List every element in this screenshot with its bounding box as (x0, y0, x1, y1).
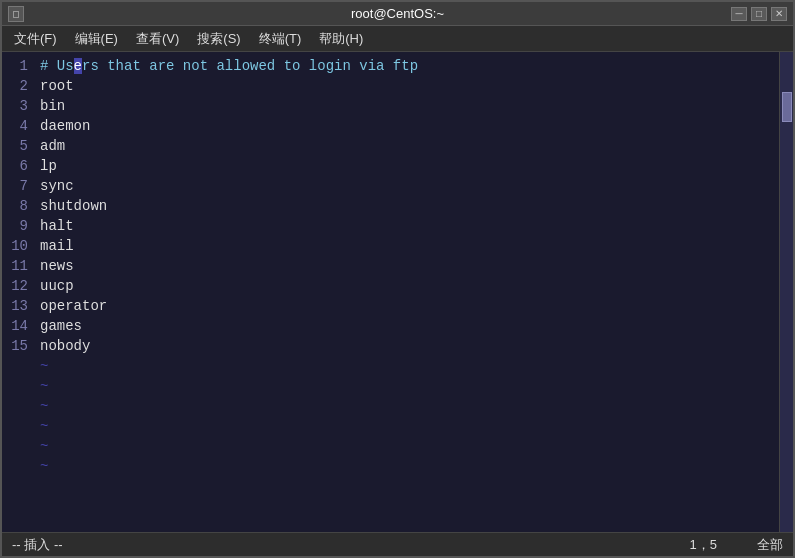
file-scope: 全部 (757, 536, 783, 554)
code-line-9: halt (40, 216, 775, 236)
line-num-14: 14 (6, 316, 28, 336)
menu-search[interactable]: 搜索(S) (189, 28, 248, 50)
code-line-15: nobody (40, 336, 775, 356)
code-line-12: uucp (40, 276, 775, 296)
line-num-6: 6 (6, 156, 28, 176)
line-num-5: 5 (6, 136, 28, 156)
maximize-button[interactable]: □ (751, 7, 767, 21)
menu-help[interactable]: 帮助(H) (311, 28, 371, 50)
code-line-7: sync (40, 176, 775, 196)
code-line-3: bin (40, 96, 775, 116)
menu-view[interactable]: 查看(V) (128, 28, 187, 50)
code-line-5: adm (40, 136, 775, 156)
scrollbar-thumb[interactable] (782, 92, 792, 122)
line-num-8: 8 (6, 196, 28, 216)
code-line-11: news (40, 256, 775, 276)
code-line-13: operator (40, 296, 775, 316)
scrollbar[interactable] (779, 52, 793, 532)
tilde-line-1: ~ (40, 356, 775, 376)
code-content[interactable]: # Users that are not allowed to login vi… (34, 52, 779, 532)
menu-edit[interactable]: 编辑(E) (67, 28, 126, 50)
line-num-9: 9 (6, 216, 28, 236)
main-window: □ root@CentOS:~ ─ □ ✕ 文件(F) 编辑(E) 查看(V) … (0, 0, 795, 558)
code-line-6: lp (40, 156, 775, 176)
code-line-8: shutdown (40, 196, 775, 216)
code-line-14: games (40, 316, 775, 336)
code-line-4: daemon (40, 116, 775, 136)
line-numbers: 1 2 3 4 5 6 7 8 9 10 11 12 13 14 15 (2, 52, 34, 532)
menu-file[interactable]: 文件(F) (6, 28, 65, 50)
window-icon: □ (8, 6, 24, 22)
close-button[interactable]: ✕ (771, 7, 787, 21)
status-bar: -- 插入 -- 1，5 全部 (2, 532, 793, 556)
window-title: root@CentOS:~ (351, 6, 444, 21)
scrollbar-track[interactable] (781, 52, 793, 532)
line-num-12: 12 (6, 276, 28, 296)
line-num-3: 3 (6, 96, 28, 116)
title-bar-controls: ─ □ ✕ (731, 7, 787, 21)
line-num-11: 11 (6, 256, 28, 276)
insert-mode-label: -- 插入 -- (12, 536, 63, 554)
line-num-4: 4 (6, 116, 28, 136)
line-num-15: 15 (6, 336, 28, 356)
cursor-position: 1，5 (690, 536, 717, 554)
minimize-button[interactable]: ─ (731, 7, 747, 21)
code-line-2: root (40, 76, 775, 96)
line-num-2: 2 (6, 76, 28, 96)
tilde-line-3: ~ (40, 396, 775, 416)
menu-bar: 文件(F) 编辑(E) 查看(V) 搜索(S) 终端(T) 帮助(H) (2, 26, 793, 52)
tilde-line-5: ~ (40, 436, 775, 456)
editor-area: 1 2 3 4 5 6 7 8 9 10 11 12 13 14 15 (2, 52, 779, 532)
line-num-7: 7 (6, 176, 28, 196)
title-bar-left: □ (8, 6, 24, 22)
line-num-1: 1 (6, 56, 28, 76)
code-line-10: mail (40, 236, 775, 256)
tilde-line-2: ~ (40, 376, 775, 396)
code-line-1: # Users that are not allowed to login vi… (40, 56, 775, 76)
line-num-10: 10 (6, 236, 28, 256)
title-bar: □ root@CentOS:~ ─ □ ✕ (2, 2, 793, 26)
menu-terminal[interactable]: 终端(T) (251, 28, 310, 50)
tilde-line-6: ~ (40, 456, 775, 476)
line-num-13: 13 (6, 296, 28, 316)
tilde-line-4: ~ (40, 416, 775, 436)
